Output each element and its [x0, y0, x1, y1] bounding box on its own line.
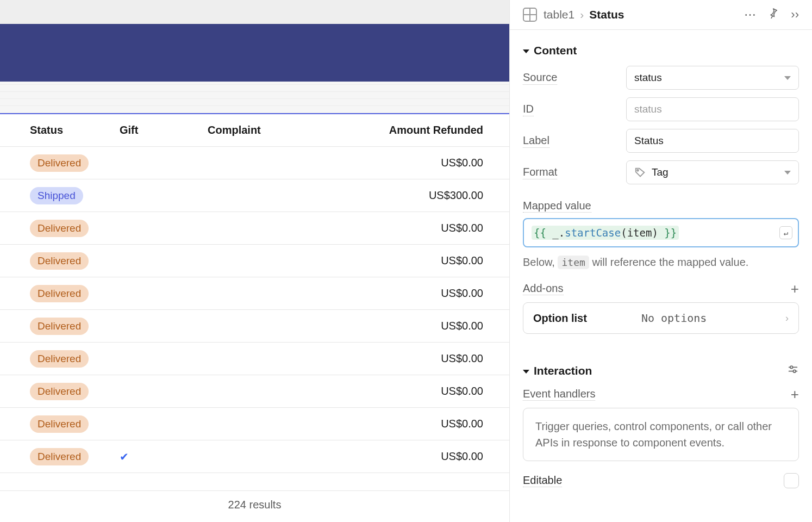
svg-point-4: [793, 370, 796, 372]
check-icon: ✔: [120, 451, 129, 463]
table-row[interactable]: DeliveredUS$0.00: [0, 408, 509, 440]
col-header-amount[interactable]: Amount Refunded: [343, 124, 509, 136]
cell-status: Delivered: [30, 252, 120, 270]
format-value: Tag: [652, 166, 669, 178]
col-header-status[interactable]: Status: [30, 124, 120, 136]
mapped-value-hint: Below, item will reference the mapped va…: [523, 256, 799, 269]
section-interaction[interactable]: Interaction: [523, 349, 799, 387]
event-handlers-label: Event handlers: [523, 388, 595, 401]
pin-icon[interactable]: [768, 8, 779, 22]
caret-down-icon: [523, 49, 529, 53]
more-icon[interactable]: ⋯: [744, 8, 756, 22]
status-tag: Delivered: [30, 383, 89, 400]
status-tag: Delivered: [30, 154, 89, 172]
label-input[interactable]: Status: [626, 129, 799, 153]
editable-toggle[interactable]: [784, 473, 799, 488]
breadcrumb: table1 › Status: [544, 8, 624, 21]
navy-band: [0, 24, 509, 82]
table-row[interactable]: DeliveredUS$0.00: [0, 375, 509, 408]
table-row[interactable]: DeliveredUS$0.00: [0, 212, 509, 245]
code-reset-icon[interactable]: ↵: [779, 226, 792, 239]
cell-status: Delivered: [30, 220, 120, 237]
status-tag: Delivered: [30, 318, 89, 335]
cell-status: Delivered: [30, 448, 120, 465]
inspector-header: table1 › Status ⋯ ››: [510, 0, 812, 30]
cell-status: Delivered: [30, 415, 120, 433]
option-list-value: No options: [587, 312, 785, 325]
caret-down-icon: [523, 370, 529, 374]
col-header-complaint[interactable]: Complaint: [208, 124, 343, 136]
status-tag: Delivered: [30, 252, 89, 270]
col-header-gift[interactable]: Gift: [120, 124, 208, 136]
inspector-panel: table1 › Status ⋯ ›› Content Source stat…: [510, 0, 812, 522]
format-select[interactable]: Tag: [626, 160, 799, 184]
id-input[interactable]: status: [626, 97, 799, 121]
section-interaction-label: Interaction: [534, 364, 592, 377]
table-row[interactable]: ShippedUS$300.00: [0, 179, 509, 212]
cell-status: Delivered: [30, 350, 120, 368]
section-content-label: Content: [534, 44, 577, 57]
svg-point-0: [637, 170, 639, 171]
cell-amount: US$0.00: [343, 450, 509, 463]
cell-status: Delivered: [30, 285, 120, 302]
status-tag: Delivered: [30, 350, 89, 368]
event-handlers-hint: Trigger queries, control components, or …: [523, 408, 799, 461]
label-value: Status: [634, 135, 664, 147]
source-value: status: [634, 72, 662, 84]
editable-label: Editable: [523, 474, 562, 487]
breadcrumb-current: Status: [589, 8, 624, 21]
cell-status: Delivered: [30, 383, 120, 400]
table-row[interactable]: DeliveredUS$0.00: [0, 147, 509, 179]
section-content[interactable]: Content: [523, 30, 799, 66]
collapse-icon[interactable]: ››: [791, 8, 799, 22]
cell-amount: US$300.00: [343, 189, 509, 202]
addons-label: Add-ons: [523, 282, 564, 295]
mapped-value-input[interactable]: {{ _.startCase(item) }} ↵: [523, 218, 799, 247]
status-tag: Delivered: [30, 448, 89, 465]
breadcrumb-parent[interactable]: table1: [544, 8, 574, 21]
chevron-right-icon: ›: [785, 313, 789, 324]
label-label: Label: [523, 134, 549, 148]
option-list-name: Option list: [533, 312, 587, 325]
breadcrumb-sep: ›: [580, 8, 584, 21]
cell-amount: US$0.00: [343, 222, 509, 234]
table-header-row: Status Gift Complaint Amount Refunded: [0, 114, 509, 147]
table-body: DeliveredUS$0.00ShippedUS$300.00Delivere…: [0, 147, 509, 490]
cell-amount: US$0.00: [343, 320, 509, 332]
cell-amount: US$0.00: [343, 254, 509, 267]
cell-status: Delivered: [30, 154, 120, 172]
tag-icon: [634, 166, 646, 178]
status-tag: Delivered: [30, 285, 89, 302]
option-list-card[interactable]: Option list No options ›: [523, 302, 799, 334]
cell-amount: US$0.00: [343, 385, 509, 397]
id-label: ID: [523, 103, 534, 116]
table-row[interactable]: DeliveredUS$0.00: [0, 245, 509, 277]
cell-amount: US$0.00: [343, 157, 509, 169]
gear-icon[interactable]: [787, 363, 799, 378]
table-row[interactable]: Delivered✔US$0.00: [0, 440, 509, 473]
cell-amount: US$0.00: [343, 287, 509, 300]
cell-amount: US$0.00: [343, 418, 509, 430]
cell-amount: US$0.00: [343, 352, 509, 365]
add-event-handler-button[interactable]: +: [791, 387, 799, 401]
status-tag: Delivered: [30, 220, 89, 237]
striped-band: [0, 82, 509, 114]
table-row[interactable]: DeliveredUS$0.00: [0, 277, 509, 310]
svg-point-2: [790, 366, 793, 369]
main-content: Status Gift Complaint Amount Refunded De…: [0, 0, 510, 522]
add-addon-button[interactable]: +: [791, 282, 799, 296]
table: Status Gift Complaint Amount Refunded De…: [0, 114, 509, 522]
top-gray-band: [0, 0, 509, 24]
status-tag: Delivered: [30, 415, 89, 433]
source-select[interactable]: status: [626, 66, 799, 90]
cell-status: Delivered: [30, 318, 120, 335]
status-tag: Shipped: [30, 187, 83, 204]
table-row[interactable]: DeliveredUS$0.00: [0, 310, 509, 343]
table-footer: 224 results: [0, 490, 509, 522]
table-row[interactable]: DeliveredUS$0.00: [0, 343, 509, 375]
format-label: Format: [523, 166, 557, 179]
mapped-value-label: Mapped value: [523, 200, 591, 213]
id-placeholder: status: [634, 103, 662, 115]
table-icon: [523, 8, 537, 22]
inspector-actions: ⋯ ››: [744, 8, 799, 22]
